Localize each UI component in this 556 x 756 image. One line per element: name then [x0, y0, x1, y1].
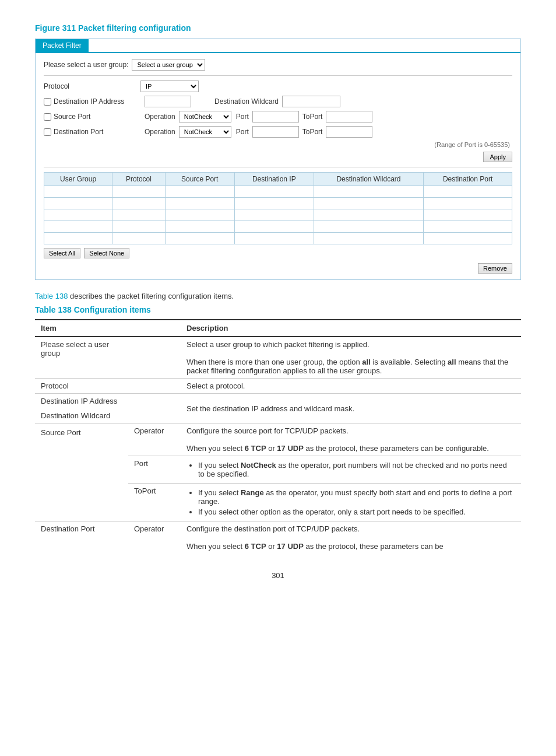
sub-operator-dp: Operator [128, 522, 181, 554]
dest-wildcard-label: Destination Wildcard [214, 97, 279, 106]
col-user-group: User Group [44, 173, 112, 186]
col-protocol: Protocol [112, 173, 165, 186]
toport-label-dp: ToPort [302, 128, 323, 136]
desc-protocol: Select a protocol. [181, 379, 521, 394]
source-port-checkbox[interactable] [44, 113, 51, 121]
col-dest-ip: Destination IP [234, 173, 314, 186]
table-row [44, 209, 512, 221]
toport-label-sp: ToPort [302, 113, 323, 121]
source-port-label: Source Port [54, 113, 141, 121]
item-dest-port: Destination Port [35, 522, 128, 554]
source-port-input[interactable] [252, 111, 299, 123]
dest-operation-select[interactable]: NotCheck [179, 126, 231, 138]
pf-tab[interactable]: Packet Filter [36, 39, 89, 52]
table-row [44, 186, 512, 198]
packet-filter-table: User Group Protocol Source Port Destinat… [44, 172, 512, 244]
dest-ip-checkbox[interactable] [44, 98, 51, 106]
dest-ip-label: Destination IP Address [54, 97, 141, 106]
item-user-group: Please select a user group [35, 337, 128, 379]
sub-protocol [128, 379, 181, 394]
select-all-button[interactable]: Select All [44, 248, 80, 258]
user-group-label: Please select a user group: [44, 61, 128, 69]
table-row [44, 221, 512, 233]
source-operation-select[interactable]: NotCheck [179, 111, 231, 123]
dest-port-label: Destination Port [54, 128, 141, 136]
table-138-link[interactable]: Table 138 [35, 292, 68, 300]
figure-title: Figure 311 Packet filtering configuratio… [35, 23, 521, 33]
config-table: Item Description Please select a user gr… [35, 319, 521, 554]
item-dest-wildcard: Destination Wildcard [35, 408, 128, 424]
col-desc-header: Description [181, 320, 521, 337]
operation-label-sp: Operation [145, 113, 175, 121]
table-138-title: Table 138 Configuration items [35, 305, 521, 314]
description-text: Table 138 describes the packet filtering… [35, 292, 521, 300]
dest-wildcard-input[interactable] [282, 96, 340, 107]
table-row: Source Port Operator Configure the sourc… [35, 424, 521, 456]
protocol-label: Protocol [44, 82, 137, 90]
table-row [44, 233, 512, 244]
sub-dest-ip [128, 394, 181, 409]
col-dest-port: Destination Port [424, 173, 512, 186]
operation-label-dp: Operation [145, 128, 175, 136]
description-after: describes the packet filtering configura… [70, 292, 234, 300]
item-source-port: Source Port [35, 424, 128, 522]
desc-toport-sp: If you select Range as the operator, you… [181, 484, 521, 522]
sub-toport-sp: ToPort [128, 484, 181, 522]
item-protocol: Protocol [35, 379, 128, 394]
col-source-port: Source Port [165, 173, 234, 186]
dest-port-input[interactable] [252, 126, 299, 138]
select-none-button[interactable]: Select None [84, 248, 129, 258]
remove-button[interactable]: Remove [478, 263, 512, 274]
sub-operator-sp: Operator [128, 424, 181, 456]
item-dest-ip: Destination IP Address [35, 394, 128, 409]
page-number: 301 [35, 571, 521, 580]
desc-operator-dp: Configure the destination port of TCP/UD… [181, 522, 521, 554]
desc-user-group: Select a user group to which packet filt… [181, 337, 521, 379]
desc-dest-ip: Set the destination IP address and wildc… [181, 394, 521, 424]
apply-button[interactable]: Apply [483, 152, 512, 162]
table-row: Destination IP Address Set the destinati… [35, 394, 521, 409]
sub-user-group [128, 337, 181, 379]
dest-port-checkbox[interactable] [44, 128, 51, 136]
desc-operator-sp: Configure the source port for TCP/UDP pa… [181, 424, 521, 456]
table-row: Protocol Select a protocol. [35, 379, 521, 394]
sub-dest-wildcard [128, 408, 181, 424]
col-item-header: Item [35, 320, 181, 337]
sub-port-sp: Port [128, 456, 181, 484]
packet-filter-box: Packet Filter Please select a user group… [35, 38, 521, 280]
source-toport-input[interactable] [326, 111, 372, 123]
port-label-sp: Port [236, 113, 249, 121]
col-dest-wildcard: Destination Wildcard [314, 173, 423, 186]
desc-port-sp: If you select NotCheck as the operator, … [181, 456, 521, 484]
table-row [44, 198, 512, 209]
range-note: (Range of Port is 0-65535) [434, 141, 510, 148]
dest-ip-input[interactable] [145, 96, 191, 107]
table-row: Destination Port Operator Configure the … [35, 522, 521, 554]
user-group-select[interactable]: Select a user group [132, 59, 205, 71]
protocol-select[interactable]: IP [140, 80, 199, 92]
dest-toport-input[interactable] [326, 126, 372, 138]
port-label-dp: Port [236, 128, 249, 136]
table-row: Please select a user group Select a user… [35, 337, 521, 379]
